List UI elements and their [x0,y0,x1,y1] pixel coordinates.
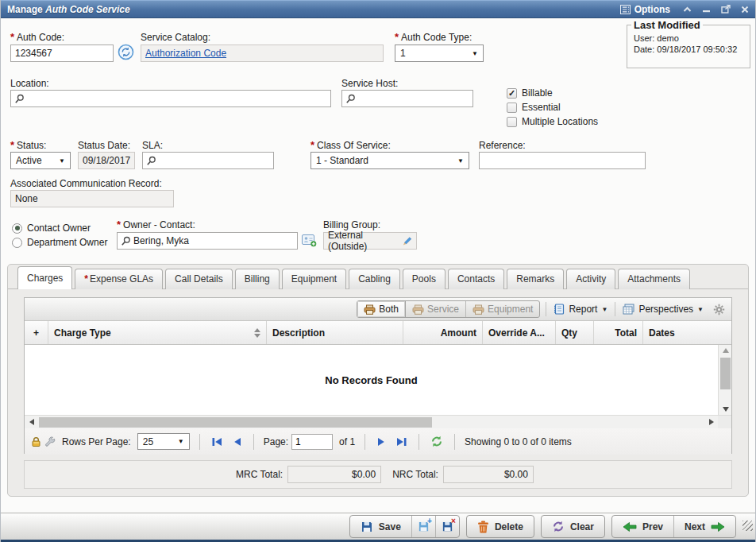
col-dates[interactable]: Dates [643,321,731,344]
save-button[interactable]: Save [350,516,411,537]
grid-pager: Rows Per Page: 25 Page: of 1 [25,428,731,455]
department-owner-radio[interactable] [12,238,22,248]
sla-search-input[interactable] [142,152,274,169]
save-button-group: Save + × [349,515,460,538]
last-modified-user: User: demo [634,33,743,43]
scroll-up-icon[interactable] [719,345,732,356]
rows-per-page-select[interactable]: 25 [137,433,190,450]
tab-equipment[interactable]: Equipment [282,269,346,289]
location-search-input[interactable] [10,90,331,107]
page-number-input[interactable] [291,434,333,450]
next-page-button[interactable] [375,436,388,448]
title-bar: Manage Auth Code Service Options [1,0,755,18]
essential-checkbox[interactable] [507,103,517,113]
collapse-icon[interactable] [683,6,692,13]
last-page-button[interactable] [394,436,409,448]
clear-button[interactable]: Clear [541,515,605,538]
minimize-icon[interactable] [702,6,711,13]
generate-code-icon[interactable] [118,44,134,60]
tab-billing[interactable]: Billing [235,269,280,289]
resize-grip[interactable] [742,521,753,531]
vertical-scroll-thumb[interactable] [720,358,731,389]
prev-page-button[interactable] [231,436,244,448]
nrc-total-label: NRC Total: [392,469,438,480]
popout-icon[interactable] [721,5,731,14]
owner-contact-search-input[interactable]: Bering, Myka [117,232,298,250]
tab-cabling[interactable]: Cabling [349,269,400,289]
refresh-icon[interactable] [429,434,445,449]
contact-owner-radio-row: Contact Owner [12,223,91,234]
col-total[interactable]: Total [594,321,643,344]
billable-checkbox[interactable] [507,88,517,99]
last-modified-title: Last Modified [631,19,703,31]
assoc-comm-record-field: None [10,190,174,207]
close-icon[interactable] [741,6,749,14]
filter-service-button[interactable]: Service [406,301,465,317]
scroll-down-icon[interactable] [719,404,732,415]
service-catalog-link[interactable]: Authorization Code [145,48,226,59]
status-label: *Status: [10,140,46,151]
totals-row: MRC Total: $0.00 NRC Total: $0.00 [24,460,732,489]
scroll-right-icon[interactable] [704,416,718,429]
filter-equipment-button[interactable]: Equipment [465,301,539,317]
horizontal-scrollbar[interactable] [25,415,718,428]
prev-next-group: Prev Next [611,515,736,538]
prev-button[interactable]: Prev [612,516,673,537]
service-form: *Auth Code: Service Catalog: Authorizati… [1,19,755,264]
service-catalog-field: Authorization Code [141,45,384,62]
wrench-icon[interactable] [44,436,56,447]
service-icon [412,304,424,315]
sort-icon[interactable] [254,328,260,338]
toolbar-separator [546,302,546,316]
reference-input[interactable] [479,152,646,169]
col-amount[interactable]: Amount [403,321,483,344]
first-page-button[interactable] [210,436,225,448]
tab-pools[interactable]: Pools [403,269,446,289]
options-button[interactable]: Options [620,4,670,15]
last-modified-date: Date: 09/18/2017 09:50:32 [634,45,743,54]
tab-activity[interactable]: Activity [566,269,615,289]
save-and-new-button[interactable]: + [411,516,435,537]
reference-label: Reference: [479,140,526,151]
tab-remarks[interactable]: Remarks [507,269,564,289]
col-override-amount[interactable]: Override A... [483,321,556,344]
vertical-scrollbar[interactable] [718,345,731,415]
perspectives-icon [623,304,634,315]
horizontal-scroll-thumb[interactable] [39,417,432,428]
toolbar-separator [615,302,615,316]
scroll-left-icon[interactable] [25,416,38,429]
prev-arrow-icon [623,521,637,532]
col-charge-type[interactable]: Charge Type [48,321,267,344]
save-and-close-button[interactable]: × [435,516,459,537]
class-of-service-select[interactable]: 1 - Standard [310,152,469,169]
tab-attachments[interactable]: Attachments [618,269,690,289]
tab-expense-glas[interactable]: *Expense GLAs [75,269,163,289]
col-qty[interactable]: Qty [556,321,594,344]
edit-pencil-icon[interactable] [402,236,412,246]
grid-settings-gear-icon[interactable] [713,304,725,316]
service-host-search-input[interactable] [341,90,473,107]
tab-contacts[interactable]: Contacts [448,269,504,289]
auth-code-input[interactable] [10,45,114,62]
required-asterisk: * [84,275,88,283]
options-label: Options [634,4,670,15]
col-add[interactable]: + [25,321,48,344]
perspectives-button[interactable]: Perspectives [621,304,705,315]
auth-code-type-select[interactable]: 1 [395,45,484,62]
next-button[interactable]: Next [673,516,735,537]
add-contact-icon[interactable] [302,234,317,247]
report-button[interactable]: Report [552,304,609,315]
class-of-service-label: *Class Of Service: [310,140,391,151]
lock-icon[interactable] [31,436,41,447]
plus-badge-icon: + [427,517,432,525]
status-select[interactable]: Active [10,152,71,169]
tab-charges[interactable]: Charges [17,266,72,289]
clear-refresh-icon [552,521,565,532]
contact-owner-radio[interactable] [12,223,22,234]
tab-call-details[interactable]: Call Details [165,269,233,289]
col-description[interactable]: Description [267,321,403,344]
delete-button[interactable]: Delete [466,515,534,538]
multiple-locations-checkbox[interactable] [507,117,517,127]
owner-contact-label: *Owner - Contact: [117,219,195,230]
filter-both-button[interactable]: Both [357,301,406,317]
